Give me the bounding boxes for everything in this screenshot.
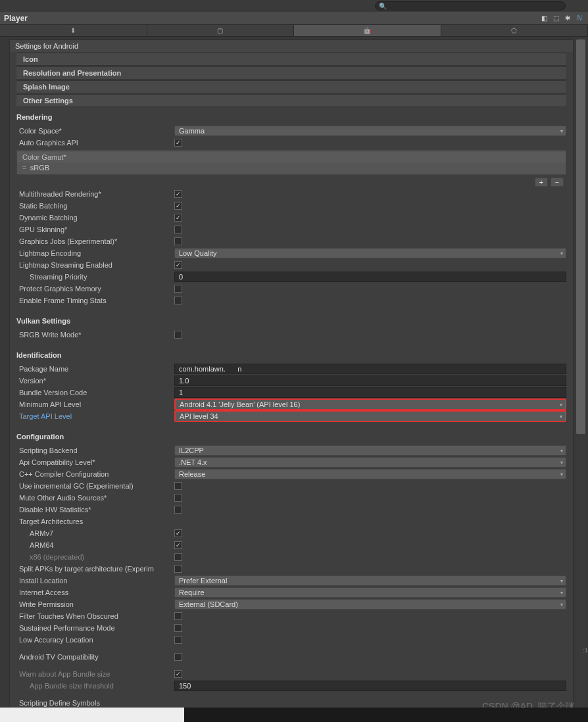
- streaming-priority-input[interactable]: [174, 272, 566, 282]
- add-button[interactable]: +: [535, 178, 548, 187]
- color-gamut-list: Color Gamut* =sRGB: [16, 150, 566, 175]
- package-name-label: Package Name: [16, 365, 174, 373]
- armv7-checkbox[interactable]: [174, 529, 182, 537]
- write-permission-dropdown[interactable]: External (SDCard): [174, 599, 566, 610]
- auto-graphics-api-label: Auto Graphics API: [16, 139, 174, 147]
- tab-standalone[interactable]: ⬇: [0, 25, 147, 36]
- x86-checkbox[interactable]: [174, 553, 182, 561]
- header-icons: ◧ ⬚ ✱ N: [539, 14, 584, 23]
- sustained-performance-checkbox[interactable]: [174, 624, 182, 632]
- internet-access-label: Internet Access: [16, 589, 174, 596]
- settings-icon[interactable]: ⬚: [551, 14, 560, 23]
- extra-icon[interactable]: N: [575, 14, 584, 23]
- graphics-jobs-checkbox[interactable]: [174, 237, 182, 245]
- color-gamut-header: Color Gamut*: [17, 152, 566, 162]
- color-space-label: Color Space*: [16, 127, 174, 135]
- tab-android[interactable]: 🤖: [294, 25, 441, 36]
- srgb-write-label: SRGB Write Mode*: [16, 331, 174, 339]
- bundle-version-code-label: Bundle Version Code: [16, 389, 174, 397]
- search-input[interactable]: [375, 1, 566, 11]
- cpp-compiler-dropdown[interactable]: Release: [174, 469, 566, 479]
- vulkan-title: Vulkan Settings: [16, 314, 566, 329]
- disable-hw-stats-checkbox[interactable]: [174, 506, 182, 514]
- minimum-api-label: Minimum API Level: [16, 400, 174, 408]
- drag-handle-icon[interactable]: =: [22, 164, 26, 172]
- api-compatibility-dropdown[interactable]: .NET 4.x: [174, 457, 566, 468]
- target-api-label: Target API Level: [16, 412, 174, 420]
- gpu-skinning-checkbox[interactable]: [174, 226, 182, 233]
- minimum-api-dropdown[interactable]: Android 4.1 'Jelly Bean' (API level 16): [174, 398, 566, 410]
- target-api-dropdown[interactable]: API level 34: [174, 410, 566, 422]
- multithreaded-label: Multithreaded Rendering*: [16, 190, 174, 198]
- bottom-bar-left: [0, 708, 184, 722]
- bundle-version-code-input[interactable]: [174, 387, 566, 398]
- color-space-dropdown[interactable]: Gamma: [174, 126, 566, 136]
- internet-access-dropdown[interactable]: Require: [174, 587, 566, 598]
- cpp-compiler-label: C++ Compiler Configuration: [16, 470, 174, 478]
- target-architectures-label: Target Architectures: [16, 517, 174, 525]
- tab-webgl[interactable]: ⬠: [441, 25, 589, 36]
- lightmap-streaming-checkbox[interactable]: [174, 261, 182, 269]
- low-accuracy-location-checkbox[interactable]: [174, 636, 182, 644]
- protect-graphics-memory-label: Protect Graphics Memory: [16, 285, 174, 293]
- remove-button[interactable]: −: [551, 178, 564, 187]
- section-splash[interactable]: Splash Image: [16, 80, 566, 93]
- filter-touches-checkbox[interactable]: [174, 612, 182, 620]
- app-bundle-threshold-input[interactable]: [174, 681, 566, 691]
- arm64-checkbox[interactable]: [174, 541, 182, 549]
- section-other-settings[interactable]: Other Settings: [16, 94, 566, 107]
- x86-label: x86 (deprecated): [16, 553, 174, 561]
- streaming-priority-label: Streaming Priority: [16, 273, 174, 281]
- incremental-gc-label: Use incremental GC (Experimental): [16, 482, 174, 490]
- mute-other-audio-checkbox[interactable]: [174, 494, 182, 502]
- version-input[interactable]: [174, 375, 566, 386]
- tab-ios[interactable]: ▢: [147, 25, 295, 36]
- lightmap-encoding-label: Lightmap Encoding: [16, 249, 174, 257]
- package-name-input[interactable]: [174, 364, 566, 374]
- auto-graphics-api-checkbox[interactable]: [174, 139, 182, 147]
- protect-graphics-memory-checkbox[interactable]: [174, 285, 182, 293]
- dynamic-batching-checkbox[interactable]: [174, 214, 182, 222]
- scrollbar-thumb[interactable]: [576, 39, 585, 434]
- warn-app-bundle-checkbox[interactable]: [174, 670, 182, 678]
- search-bar: 🔍: [0, 0, 588, 12]
- multithreaded-checkbox[interactable]: [174, 190, 182, 198]
- gpu-skinning-label: GPU Skinning*: [16, 226, 174, 233]
- rendering-title: Rendering: [16, 110, 566, 125]
- list-buttons: + −: [16, 176, 566, 188]
- install-location-dropdown[interactable]: Prefer External: [174, 575, 566, 586]
- platform-tabs: ⬇ ▢ 🤖 ⬠: [0, 25, 588, 37]
- srgb-write-checkbox[interactable]: [174, 331, 182, 339]
- side-marker: :1: [583, 647, 588, 654]
- lightmap-encoding-dropdown[interactable]: Low Quality: [174, 248, 566, 258]
- other-settings-body: Rendering Color Space*Gamma Auto Graphic…: [10, 108, 573, 717]
- static-batching-label: Static Batching: [16, 202, 174, 210]
- header: Player ◧ ⬚ ✱ N: [0, 12, 588, 25]
- settings-for-android: Settings for Android: [10, 40, 573, 52]
- split-apks-checkbox[interactable]: [174, 565, 182, 573]
- identification-title: Identification: [16, 349, 566, 363]
- api-compatibility-label: Api Compatibility Level*: [16, 458, 174, 466]
- enable-frame-timing-checkbox[interactable]: [174, 297, 182, 304]
- static-batching-checkbox[interactable]: [174, 202, 182, 210]
- write-permission-label: Write Permission: [16, 600, 174, 608]
- android-icon: 🤖: [363, 27, 371, 34]
- scripting-backend-dropdown[interactable]: IL2CPP: [174, 445, 566, 456]
- configuration-title: Configuration: [16, 430, 566, 445]
- incremental-gc-checkbox[interactable]: [174, 482, 182, 490]
- arm64-label: ARM64: [16, 541, 174, 549]
- gear-icon[interactable]: ✱: [563, 14, 572, 23]
- phone-icon: ▢: [217, 27, 223, 34]
- color-gamut-item[interactable]: =sRGB: [17, 162, 566, 173]
- download-icon: ⬇: [70, 27, 76, 34]
- enable-frame-timing-label: Enable Frame Timing Stats: [16, 297, 174, 304]
- html5-icon: ⬠: [511, 27, 517, 34]
- android-tv-checkbox[interactable]: [174, 653, 182, 661]
- disable-hw-stats-label: Disable HW Statistics*: [16, 506, 174, 514]
- section-icon[interactable]: Icon: [16, 53, 566, 66]
- section-resolution[interactable]: Resolution and Presentation: [16, 66, 566, 80]
- dynamic-batching-label: Dynamic Batching: [16, 214, 174, 222]
- help-icon[interactable]: ◧: [539, 14, 549, 23]
- warn-app-bundle-label: Warn about App Bundle size: [16, 670, 174, 678]
- armv7-label: ARMv7: [16, 529, 174, 537]
